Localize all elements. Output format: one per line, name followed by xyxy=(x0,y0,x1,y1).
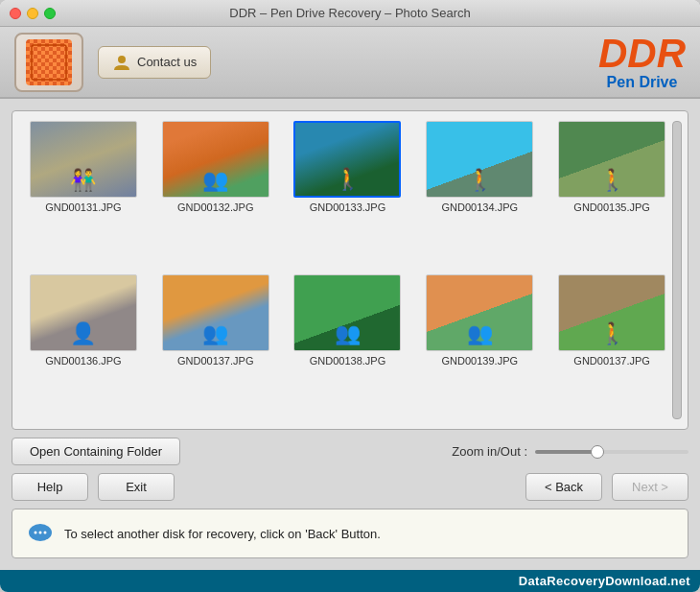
photo-panel: 👫GND00131.JPG👥GND00132.JPG🚶GND00133.JPG🚶… xyxy=(12,110,688,430)
open-folder-button[interactable]: Open Containing Folder xyxy=(12,438,180,465)
brand-name: DDR xyxy=(598,34,686,74)
svg-rect-4 xyxy=(26,39,72,85)
svg-point-6 xyxy=(118,56,126,63)
photo-thumbnail[interactable]: 👫 xyxy=(30,121,137,198)
photo-thumbnail[interactable]: 🚶 xyxy=(293,121,401,198)
photo-thumbnail[interactable]: 👥 xyxy=(293,274,401,351)
list-item[interactable]: 🚶GND00135.JPG xyxy=(550,121,673,267)
svg-point-8 xyxy=(35,532,37,534)
list-item[interactable]: 👥GND00132.JPG xyxy=(154,121,277,267)
list-item[interactable]: 👫GND00131.JPG xyxy=(22,121,145,267)
photo-thumbnail[interactable]: 🚶 xyxy=(426,121,533,198)
list-item[interactable]: 👥GND00138.JPG xyxy=(287,274,409,420)
svg-point-9 xyxy=(39,532,42,534)
window-title: DDR – Pen Drive Recovery – Photo Search xyxy=(229,6,470,20)
photo-thumbnail[interactable]: 👥 xyxy=(162,274,269,351)
main-window: DDR – Pen Drive Recovery – Photo Search xyxy=(0,0,700,592)
zoom-slider[interactable] xyxy=(535,450,688,454)
list-item[interactable]: 🚶GND00137.JPG xyxy=(550,274,673,420)
zoom-label: Zoom in/Out : xyxy=(452,444,527,459)
photo-filename: GND00137.JPG xyxy=(177,355,253,367)
nav-row: Help Exit < Back Next > xyxy=(12,473,688,501)
chat-icon xyxy=(26,519,55,548)
list-item[interactable]: 👤GND00136.JPG xyxy=(22,274,145,420)
minimize-button[interactable] xyxy=(27,8,38,19)
zoom-section: Zoom in/Out : xyxy=(452,444,688,459)
back-button[interactable]: < Back xyxy=(525,473,602,501)
photo-filename: GND00135.JPG xyxy=(573,201,649,213)
list-item[interactable]: 👥GND00139.JPG xyxy=(418,274,541,420)
help-button[interactable]: Help xyxy=(12,473,88,501)
header-bar: Contact us DDR Pen Drive xyxy=(0,27,700,99)
photo-grid: 👫GND00131.JPG👥GND00132.JPG🚶GND00133.JPG🚶… xyxy=(22,121,678,419)
photo-filename: GND00138.JPG xyxy=(310,355,385,367)
photo-thumbnail[interactable]: 👥 xyxy=(426,274,533,351)
photo-thumbnail[interactable]: 👤 xyxy=(30,274,137,351)
next-button[interactable]: Next > xyxy=(612,473,688,501)
contact-button[interactable]: Contact us xyxy=(98,46,211,79)
svg-point-10 xyxy=(44,532,47,534)
contact-icon xyxy=(112,53,131,72)
watermark: DataRecoveryDownload.net xyxy=(0,570,700,592)
maximize-button[interactable] xyxy=(44,8,56,19)
info-message: To select another disk for recovery, cli… xyxy=(64,527,381,541)
photo-filename: GND00131.JPG xyxy=(45,201,121,213)
photo-thumbnail[interactable]: 🚶 xyxy=(558,274,665,351)
contact-label: Contact us xyxy=(137,55,197,69)
photo-filename: GND00139.JPG xyxy=(442,355,518,367)
list-item[interactable]: 🚶GND00134.JPG xyxy=(418,121,541,267)
list-item[interactable]: 🚶GND00133.JPG xyxy=(287,121,409,267)
main-content: 👫GND00131.JPG👥GND00132.JPG🚶GND00133.JPG🚶… xyxy=(0,99,700,570)
brand-sub: Pen Drive xyxy=(598,74,686,91)
photo-filename: GND00136.JPG xyxy=(45,355,121,367)
list-item[interactable]: 👥GND00137.JPG xyxy=(154,274,277,420)
logo-icon xyxy=(26,39,72,85)
bottom-controls: Open Containing Folder Zoom in/Out : xyxy=(12,438,688,465)
photo-thumbnail[interactable]: 👥 xyxy=(162,121,269,198)
info-bar: To select another disk for recovery, cli… xyxy=(12,509,688,558)
title-bar: DDR – Pen Drive Recovery – Photo Search xyxy=(0,0,700,27)
traffic-lights xyxy=(10,8,56,19)
brand-area: DDR Pen Drive xyxy=(598,34,686,91)
exit-button[interactable]: Exit xyxy=(98,473,175,501)
photo-filename: GND00132.JPG xyxy=(177,201,253,213)
photo-filename: GND00134.JPG xyxy=(442,201,518,213)
logo-box xyxy=(14,33,83,92)
photo-thumbnail[interactable]: 🚶 xyxy=(558,121,665,198)
photo-filename: GND00133.JPG xyxy=(310,201,385,213)
photo-filename: GND00137.JPG xyxy=(573,355,649,367)
close-button[interactable] xyxy=(10,8,21,19)
